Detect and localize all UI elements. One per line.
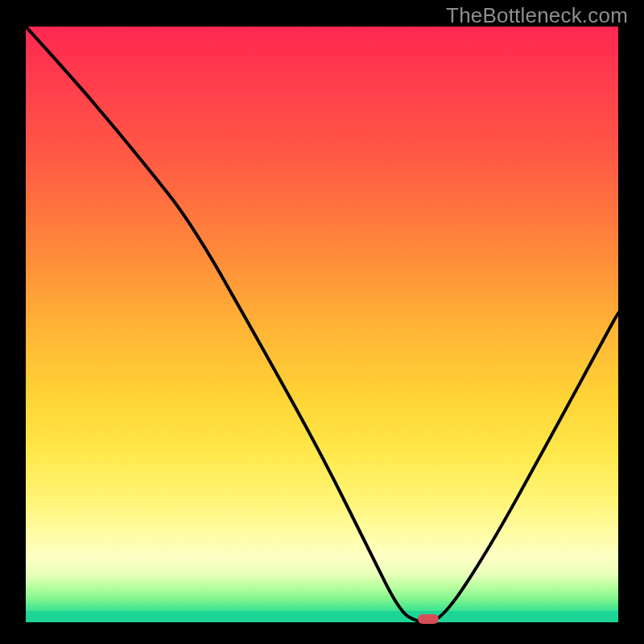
curve-path <box>26 27 618 622</box>
optimal-marker <box>418 614 439 624</box>
watermark-text: TheBottleneck.com <box>446 3 628 28</box>
bottleneck-curve <box>16 27 628 638</box>
chart-container: TheBottleneck.com <box>0 0 644 644</box>
plot-area <box>16 27 628 638</box>
plot-frame <box>16 27 628 638</box>
